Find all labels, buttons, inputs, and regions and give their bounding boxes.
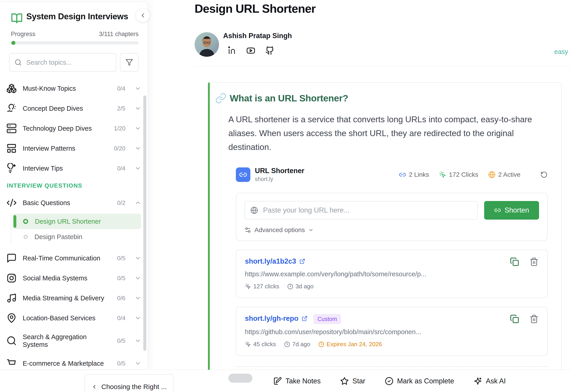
mark-complete-button[interactable]: Mark as Complete (385, 377, 454, 385)
link-age: 7d ago (292, 341, 311, 348)
note-pen-icon (273, 377, 282, 385)
funnel-icon (125, 58, 133, 66)
anchor-link-icon[interactable] (215, 93, 227, 104)
chevron-down-icon (134, 275, 141, 281)
chevron-down-icon (134, 295, 141, 302)
sidebar-item-location-based-services[interactable]: Location-Based Services 0/4 (0, 308, 148, 328)
author-name: Ashish Pratap Singh (223, 32, 292, 40)
sidebar-item-design-url-shortener[interactable]: Design URL Shortener (13, 214, 141, 229)
chevron-down-icon (134, 105, 141, 112)
sidebar-item-concept-deep-dives[interactable]: Concept Deep Dives 2/5 (0, 99, 148, 118)
chevron-down-icon (134, 165, 141, 172)
sidebar-item-interview-tips[interactable]: Interview Tips 0/4 (0, 158, 148, 178)
clicks-count: 127 clicks (253, 283, 279, 290)
course-sidebar: System Design Interviews Progress 3/111 … (0, 2, 148, 370)
chat-bubble-icon (6, 253, 17, 263)
collapse-sidebar-button[interactable] (136, 8, 150, 22)
sidebar-item-media-streaming-delivery[interactable]: Media Streaming & Delivery 0/6 (0, 288, 148, 308)
blurred-text-blob (228, 374, 252, 383)
progress-count: 3/111 chapters (99, 31, 139, 38)
sidebar-item-social-media-systems[interactable]: Social Media Systems 0/5 (0, 268, 148, 288)
copy-icon[interactable] (510, 257, 519, 266)
trash-icon[interactable] (529, 314, 539, 323)
progress-label: Progress (11, 31, 35, 38)
chapter-dot-icon (24, 235, 28, 239)
sidebar-item-interview-patterns[interactable]: Interview Patterns 0/20 (0, 138, 148, 158)
globe-icon (250, 206, 258, 214)
widget-title: URL Shortener (255, 167, 304, 175)
chevron-down-icon (134, 337, 141, 344)
widget-stats: 2 Links 172 Clicks 2 Active (399, 171, 548, 178)
lightbulb-sparkle-icon (6, 163, 17, 174)
code-icon (6, 198, 17, 208)
url-input-box (244, 201, 478, 219)
chevron-down-icon (134, 360, 141, 367)
take-notes-button[interactable]: Take Notes (273, 377, 321, 385)
progress-bar (11, 41, 139, 44)
chevron-down-icon (134, 125, 141, 132)
expiry-label: Expires Jan 24, 2026 (327, 341, 382, 348)
click-icon (245, 341, 251, 347)
previous-chapter-button[interactable]: Choosing the Right ... (85, 374, 173, 392)
section-heading: What is an URL Shortener? (230, 93, 348, 104)
click-icon (245, 283, 251, 290)
sidebar-item-must-know-topics[interactable]: Must-Know Topics 0/4 (0, 78, 148, 99)
linkedin-icon[interactable] (228, 46, 236, 55)
widget-domain: short.ly (255, 176, 304, 182)
lightbulb-icon (6, 103, 17, 114)
chevron-down-icon (308, 227, 314, 233)
chevron-up-icon (134, 199, 141, 206)
short-link[interactable]: short.ly/gh-repo (245, 314, 308, 323)
book-open-icon (11, 13, 23, 24)
search-box (9, 53, 116, 72)
youtube-icon[interactable] (246, 46, 255, 55)
shorten-form-card: Shorten Advanced options (236, 193, 548, 241)
links-stat: 2 Links (409, 171, 429, 178)
link-icon (494, 207, 501, 214)
sidebar-item-real-time-communication[interactable]: Real-Time Communication 0/5 (0, 248, 148, 268)
active-stat: 2 Active (498, 171, 520, 178)
chevron-down-icon (134, 145, 141, 152)
sidebar-scrollbar[interactable] (143, 96, 146, 351)
ask-ai-button[interactable]: Ask AI (473, 377, 506, 385)
chevron-down-icon (134, 255, 141, 261)
check-circle-icon (385, 377, 393, 385)
sidebar-item-design-pastebin[interactable]: Design Pastebin (13, 229, 141, 245)
server-icon (6, 123, 17, 134)
topics-nav: Must-Know Topics 0/4 Concept Deep Dives … (0, 78, 148, 373)
link-app-icon (236, 167, 250, 182)
author-social-links (228, 46, 274, 55)
lesson-content-card: What is an URL Shortener? A URL shortene… (208, 82, 562, 377)
search-input[interactable] (26, 59, 111, 66)
sidebar-item-basic-questions[interactable]: Basic Questions 0/2 (0, 193, 148, 213)
short-link[interactable]: short.ly/a1b2c3 (245, 257, 305, 265)
copy-icon[interactable] (510, 314, 519, 323)
author-avatar (195, 32, 219, 57)
lesson-paragraph: A URL shortener is a service that conver… (228, 113, 549, 154)
star-button[interactable]: Star (340, 377, 365, 385)
trash-icon[interactable] (529, 257, 539, 266)
page-title: Design URL Shortener (195, 2, 316, 15)
short-link-row: short.ly/gh-repo Custom https://github.c… (236, 307, 548, 356)
cart-icon (6, 358, 17, 369)
globe-icon (488, 171, 496, 178)
interview-questions-section-label: INTERVIEW QUESTIONS (0, 178, 148, 193)
layout-icon (6, 143, 17, 154)
github-icon[interactable] (265, 46, 274, 55)
sidebar-item-technology-deep-dives[interactable]: Technology Deep Dives 1/20 (0, 118, 148, 138)
clicks-stat: 172 Clicks (449, 171, 478, 178)
original-url: https://github.com/user/repository/blob/… (245, 328, 539, 336)
click-icon (439, 171, 446, 178)
long-url-input[interactable] (263, 206, 472, 214)
refresh-icon[interactable] (540, 171, 548, 178)
shorten-button[interactable]: Shorten (484, 201, 539, 219)
filter-button[interactable] (120, 53, 139, 72)
short-link-row: short.ly/a1b2c3 https://www.example.com/… (236, 249, 548, 298)
basic-questions-subtree: Design URL Shortener Design Pastebin (0, 214, 148, 245)
search-icon (6, 335, 17, 346)
link-icon (399, 171, 406, 178)
advanced-options-toggle[interactable]: Advanced options (244, 226, 539, 234)
camera-icon (6, 273, 17, 283)
star-icon (340, 377, 349, 385)
sidebar-item-search-aggregation-systems[interactable]: Search & Aggregation Systems 0/5 (0, 328, 148, 353)
